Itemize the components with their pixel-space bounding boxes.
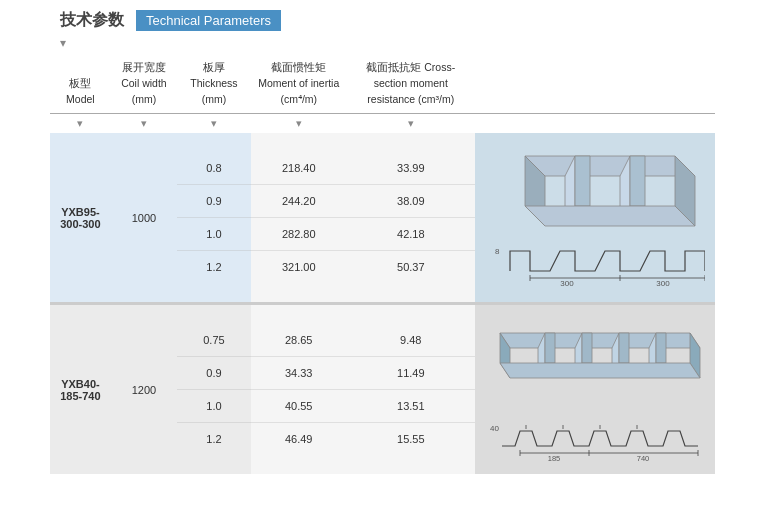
- svg-marker-7: [525, 206, 695, 226]
- product-drawing-high: 8 300 300: [485, 141, 705, 291]
- svg-marker-27: [500, 363, 700, 378]
- cell-resistance-group: 9.4811.4913.5115.55: [347, 305, 475, 474]
- cell-coil-width: 1000: [111, 133, 177, 302]
- svg-marker-26: [656, 333, 666, 363]
- en-title: Technical Parameters: [136, 10, 281, 31]
- filter-resistance[interactable]: ▾: [347, 114, 475, 134]
- col-model: 板型 Model: [50, 54, 111, 114]
- cell-coil-width: 1200: [111, 305, 177, 474]
- filter-coil[interactable]: ▾: [111, 114, 177, 134]
- col-resistance: 截面抵抗矩 Cross-section moment resistance (c…: [347, 54, 475, 114]
- svg-marker-4: [575, 156, 590, 206]
- svg-text:300: 300: [656, 279, 670, 288]
- cell-inertia-group: 28.6534.3340.5546.49: [251, 305, 347, 474]
- svg-marker-6: [630, 156, 645, 206]
- cell-resistance-group: 33.9938.0942.1850.37: [347, 133, 475, 302]
- cell-product-image: 8 300 300: [475, 133, 715, 302]
- svg-text:40: 40: [490, 424, 499, 433]
- svg-text:8: 8: [495, 247, 500, 256]
- svg-marker-20: [545, 333, 555, 363]
- svg-marker-0: [525, 156, 695, 176]
- table-header: 板型 Model 展开宽度 Coil width (mm) 板厚 Thickne…: [50, 54, 715, 114]
- product-row: YXB40-185-74012000.750.91.01.228.6534.33…: [50, 305, 715, 474]
- col-coil-width: 展开宽度 Coil width (mm): [111, 54, 177, 114]
- product-drawing-low: 40 185 740: [485, 313, 705, 463]
- filter-model[interactable]: ▾: [50, 114, 111, 134]
- svg-text:185: 185: [548, 454, 561, 463]
- filter-inertia[interactable]: ▾: [251, 114, 347, 134]
- svg-text:300: 300: [560, 279, 574, 288]
- data-table: 板型 Model 展开宽度 Coil width (mm) 板厚 Thickne…: [50, 54, 715, 474]
- cell-model: YXB40-185-740: [50, 305, 111, 474]
- svg-marker-24: [619, 333, 629, 363]
- filter-thickness[interactable]: ▾: [177, 114, 251, 134]
- svg-marker-22: [582, 333, 592, 363]
- filter-row: ▾ ▾ ▾ ▾ ▾: [50, 114, 715, 134]
- product-row: YXB95-300-30010000.80.91.01.2218.40244.2…: [50, 133, 715, 302]
- cn-title: 技术参数: [60, 10, 124, 31]
- cell-model: YXB95-300-300: [50, 133, 111, 302]
- svg-text:740: 740: [637, 454, 650, 463]
- cell-inertia-group: 218.40244.20282.80321.00: [251, 133, 347, 302]
- svg-marker-16: [500, 333, 700, 348]
- cell-product-image: 40 185 740: [475, 305, 715, 474]
- cell-thickness-group: 0.80.91.01.2: [177, 133, 251, 302]
- cell-thickness-group: 0.750.91.01.2: [177, 305, 251, 474]
- table-container: 板型 Model 展开宽度 Coil width (mm) 板厚 Thickne…: [0, 54, 765, 474]
- header-chevron[interactable]: ▾: [60, 36, 765, 50]
- page-header: 技术参数 Technical Parameters: [0, 0, 765, 36]
- col-thickness: 板厚 Thickness (mm): [177, 54, 251, 114]
- col-inertia: 截面惯性矩 Moment of inertia (cm⁴/m): [251, 54, 347, 114]
- col-image: [475, 54, 715, 114]
